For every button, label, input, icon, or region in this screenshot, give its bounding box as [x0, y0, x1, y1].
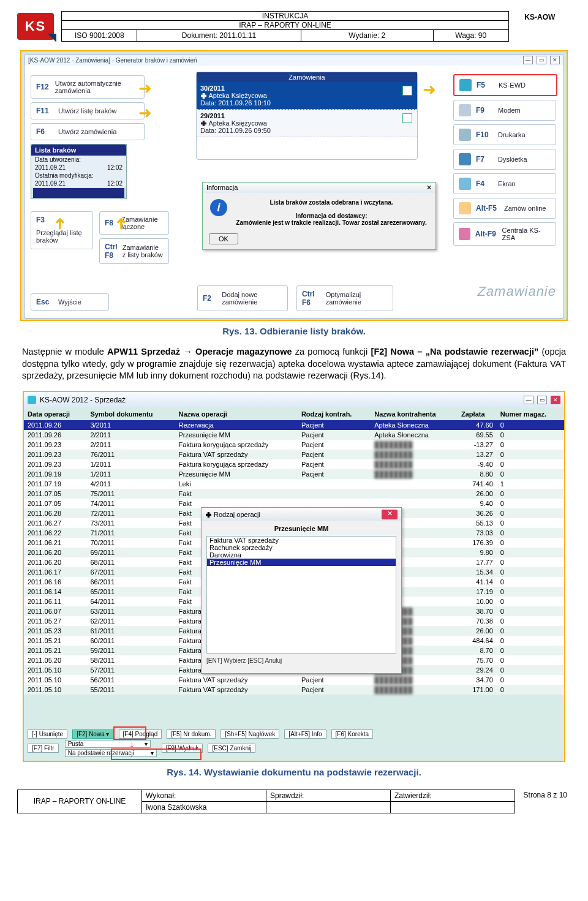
dialog-heading: Przesunięcie MM [202, 521, 401, 536]
table-row[interactable]: 2011.09.232/2011Faktura korygująca sprze… [24, 440, 564, 450]
figure-13: [KS-AOW 2012 - Zamówienia] - Generator b… [20, 50, 568, 321]
table-row[interactable]: 2011.07.194/2011Leki741.401 [24, 479, 564, 489]
btn-esc-close[interactable]: [ESC] Zamknij [208, 744, 255, 753]
title-instrukcja: INSTRUKCJA [62, 12, 508, 21]
body-paragraph: Następnie w module APW11 Sprzedaż → Oper… [22, 346, 566, 382]
toolbar-button[interactable]: [-] Usunięte [28, 729, 67, 739]
toolbar-button[interactable]: [Alt+F5] Info [284, 729, 326, 739]
btn-f4-screen[interactable]: F4Ekran [453, 173, 556, 194]
close-icon[interactable]: ✕ [382, 510, 398, 519]
btn-altf9-centrala[interactable]: Alt-F9Centrala KS-ZSA [453, 222, 556, 246]
toolbar-button[interactable]: [Sh+F5] Nagłówek [221, 729, 279, 739]
list-item-selected[interactable]: Przesunięcie MM [207, 559, 396, 566]
toolbar-button[interactable]: [F6] Korekta [331, 729, 373, 739]
toolbar-button[interactable]: [F2] Nowa ▾ [72, 729, 113, 739]
dialog-footer: [ENT] Wybierz [ESC] Anuluj [202, 654, 401, 668]
table-row[interactable]: 2011.09.263/2011RezerwacjaPacjentApteka … [24, 420, 564, 430]
info-icon: i [210, 199, 227, 216]
close-icon[interactable]: ✕ [551, 396, 560, 404]
list-item[interactable]: Faktura VAT sprzedaży [207, 537, 396, 544]
table-row[interactable]: 2011.09.262/2011Przesunięcie MMPacjentAp… [24, 430, 564, 440]
btn-ctrl-f8[interactable]: Ctrl F8Zamawianie z listy braków [99, 238, 169, 264]
info-line3: Zamówienie jest w trakcie realizacji. To… [236, 219, 426, 226]
btn-f8[interactable]: F8Zamawianie łączone [99, 211, 169, 235]
footer-left: IRAP – RAPORTY ON-LINE [18, 790, 142, 813]
info-line1: Lista braków została odebrana i wczytana… [270, 199, 393, 206]
highlight-box [111, 748, 202, 760]
highlight-box [113, 726, 146, 740]
operation-type-list[interactable]: Faktura VAT sprzedaży Rachunek sprzedaży… [206, 536, 396, 654]
ks-logo: KS [17, 13, 54, 40]
selected-row[interactable] [33, 188, 124, 198]
ok-button[interactable]: OK [209, 233, 238, 244]
table-row[interactable]: 2011.07.0575/2011Fakt26.000 [24, 489, 564, 499]
app-icon [28, 396, 36, 404]
table-row[interactable]: 2011.09.2376/2011Faktura VAT sprzedażyPa… [24, 450, 564, 459]
btn-altf5-online[interactable]: Alt-F5Zamów online [453, 198, 556, 219]
zamowienia-header: Zamówienia [197, 72, 417, 82]
hdr-doc: Dokument: 2011.01.11 [137, 30, 301, 42]
doc-header: KS INSTRUKCJA IRAP – RAPORTY ON-LINE KS-… [17, 11, 571, 42]
close-icon[interactable]: ✕ [426, 184, 432, 192]
btn-esc[interactable]: EscWyjście [31, 293, 109, 311]
toolbar-button[interactable]: [F5] Nr dokum. [167, 729, 216, 739]
dialog-title: Informacja [206, 184, 238, 192]
cart-icon [459, 202, 471, 214]
rodzaj-dialog: 🞥 Rodzaj operacji✕ Przesunięcie MM Faktu… [201, 507, 402, 674]
fig13-caption: Rys. 13. Odbieranie listy braków. [17, 326, 571, 336]
order-item[interactable]: 30/2011 🞥 Apteka Księżycowa Data: 2011.0… [197, 82, 417, 110]
hdr-iso: ISO 9001:2008 [62, 30, 137, 42]
minimize-icon[interactable]: — [524, 396, 533, 404]
info-line2: Informacja od dostawcy: [295, 213, 367, 219]
order-item[interactable]: 29/2011 🞥 Apteka Księżycowa Data: 2011.0… [197, 110, 417, 137]
btn-f2-new[interactable]: F2Dodaj nowe zamówienie [197, 285, 288, 311]
add-icon[interactable] [402, 113, 412, 123]
col-header: Data operacji [24, 408, 86, 420]
btn-f9-modem[interactable]: F9Modem [453, 100, 556, 121]
maximize-icon[interactable]: ▭ [537, 396, 547, 404]
col-header: Rodzaj kontrah. [298, 408, 371, 420]
screen-icon [459, 178, 471, 190]
btn-f11[interactable]: F11Utwórz listę braków [31, 102, 145, 119]
list-item[interactable]: Darowizna [207, 551, 396, 559]
col-header: Nazwa operacji [175, 408, 297, 420]
table-row[interactable]: 2011.09.231/2011Faktura korygująca sprze… [24, 459, 564, 469]
col-header: Zapłata [458, 408, 497, 420]
fig14-caption: Rys. 14. Wystawianie dokumentu na podsta… [17, 767, 571, 777]
window-controls[interactable]: — ▭ ✕ [523, 56, 560, 64]
list-item[interactable]: Rachunek sprzedaży [207, 544, 396, 551]
hdr-waga: Waga: 90 [433, 30, 508, 42]
arrow-icon: ➜ [423, 80, 436, 99]
btn-f7-filter[interactable]: [F7] Filtr [28, 744, 59, 753]
bottom-toolbar: [-] Usunięte[F2] Nowa ▾[F4] Podgląd[F5] … [24, 726, 564, 761]
arrow-icon: ➜ [138, 79, 152, 98]
col-header: Nazwa kontrahenta [371, 408, 458, 420]
btn-f12[interactable]: F12Utwórz automatycznie zamówienia [31, 75, 145, 99]
hdr-wyd: Wydanie: 2 [301, 30, 433, 42]
btn-f5-ksewd[interactable]: F5KS-EWD [453, 74, 557, 96]
table-row[interactable]: 2011.09.191/2011Przesunięcie MMPacjent██… [24, 469, 564, 479]
arrow-icon: ➜ [138, 104, 152, 123]
col-header: Numer magaz. [497, 408, 564, 420]
close-icon[interactable]: ✕ [550, 56, 560, 64]
add-icon[interactable] [402, 86, 412, 96]
globe-icon [459, 79, 472, 91]
window-controls[interactable]: — ▭ ✕ [524, 396, 560, 404]
lista-brakow-title: Lista braków [31, 145, 126, 156]
arrow-icon: ➜ [111, 217, 130, 230]
win-title: [KS-AOW 2012 - Zamówienia] - Generator b… [28, 57, 197, 64]
info-dialog: Informacja✕ i Lista braków została odebr… [202, 182, 436, 250]
network-icon [459, 228, 470, 240]
arrow-icon: ➜ [50, 217, 69, 230]
chevron-down-icon: ▾ [145, 741, 148, 747]
maximize-icon[interactable]: ▭ [537, 56, 546, 64]
dropdown-pusta[interactable]: Pusta▾ [65, 740, 151, 748]
btn-ctrlf6-opt[interactable]: Ctrl F6Optymalizuj zamówienie [296, 285, 393, 311]
modem-icon [459, 104, 471, 116]
table-row[interactable]: 2011.05.1056/2011Faktura VAT sprzedażyPa… [24, 675, 564, 685]
btn-f10-printer[interactable]: F10Drukarka [453, 124, 556, 145]
btn-f7-floppy[interactable]: F7Dyskietka [453, 149, 556, 170]
minimize-icon[interactable]: — [523, 56, 533, 64]
table-row[interactable]: 2011.05.1055/2011Faktura VAT sprzedażyPa… [24, 685, 564, 695]
btn-f6[interactable]: F6Utwórz zamówienia [31, 123, 145, 140]
